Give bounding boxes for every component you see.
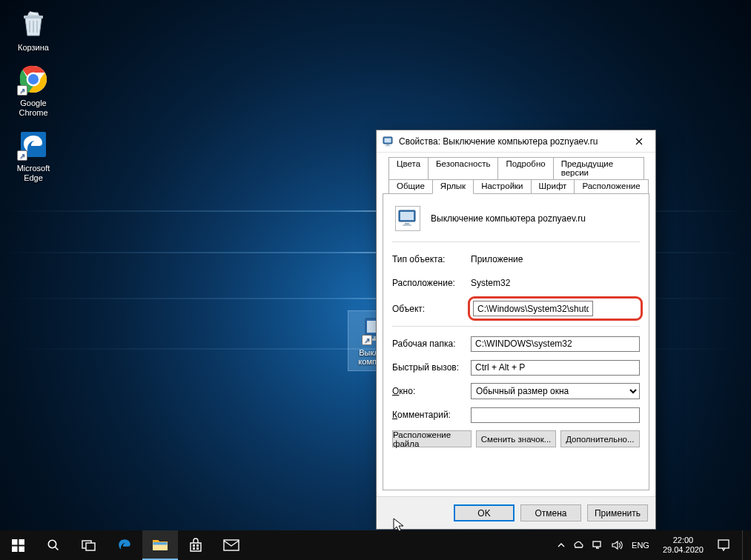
start-in-input[interactable] bbox=[471, 336, 640, 352]
desktop-icon-recycle-bin[interactable]: Корзина bbox=[4, 3, 62, 59]
tab-layout[interactable]: Расположение bbox=[574, 179, 648, 193]
taskbar: ENG 22:00 29.04.2020 bbox=[0, 530, 751, 560]
location-value: System32 bbox=[471, 278, 640, 288]
language-indicator[interactable]: ENG bbox=[632, 541, 649, 550]
comment-input[interactable] bbox=[471, 407, 640, 423]
type-label: Тип объекта: bbox=[392, 254, 471, 264]
store-icon bbox=[188, 538, 203, 553]
tab-font[interactable]: Шрифт bbox=[531, 179, 575, 193]
svg-rect-32 bbox=[718, 540, 729, 548]
dialog-title: Свойства: Выключение компьютера poznyaev… bbox=[399, 136, 622, 147]
target-label: Объект: bbox=[392, 304, 471, 314]
svg-rect-12 bbox=[386, 145, 391, 146]
tab-security[interactable]: Безопасность bbox=[428, 157, 498, 179]
properties-dialog: Свойства: Выключение компьютера poznyaev… bbox=[376, 130, 656, 530]
task-view-icon bbox=[82, 539, 96, 551]
taskbar-file-explorer[interactable] bbox=[142, 530, 178, 560]
shortcut-arrow-icon: ↗ bbox=[17, 150, 27, 161]
task-view-button[interactable] bbox=[71, 530, 107, 560]
svg-rect-20 bbox=[19, 546, 24, 552]
folder-icon bbox=[152, 537, 168, 552]
svg-rect-18 bbox=[19, 539, 24, 545]
search-icon bbox=[47, 539, 60, 552]
svg-rect-17 bbox=[12, 539, 18, 545]
tab-details[interactable]: Подробно bbox=[497, 157, 553, 179]
mail-icon bbox=[223, 539, 239, 551]
svg-rect-15 bbox=[405, 223, 409, 224]
desktop-icon-label: Google Chrome bbox=[4, 99, 62, 118]
windows-icon bbox=[12, 539, 24, 552]
desktop-icon-label: Microsoft Edge bbox=[4, 164, 62, 183]
tab-row-1: Цвета Безопасность Подробно Предыдущие в… bbox=[388, 157, 644, 179]
ok-button[interactable]: OK bbox=[454, 504, 515, 521]
advanced-button[interactable]: Дополнительно... bbox=[560, 430, 640, 447]
clock-time: 22:00 bbox=[663, 536, 704, 545]
taskbar-mail[interactable] bbox=[214, 530, 249, 560]
tab-shortcut[interactable]: Ярлык bbox=[432, 179, 474, 194]
tab-previous-versions[interactable]: Предыдущие версии bbox=[553, 157, 644, 179]
desktop-icon-edge[interactable]: ↗ Microsoft Edge bbox=[4, 124, 62, 189]
svg-rect-0 bbox=[24, 16, 43, 19]
window-label: Окно: bbox=[392, 386, 471, 396]
svg-rect-19 bbox=[12, 546, 18, 552]
edge-icon bbox=[116, 537, 133, 553]
taskbar-edge[interactable] bbox=[107, 530, 142, 560]
tab-panel-shortcut: Выключение компьютера poznyaev.ru Тип об… bbox=[383, 193, 649, 490]
svg-rect-25 bbox=[153, 542, 168, 545]
tray-overflow-icon[interactable] bbox=[558, 541, 565, 549]
type-value: Приложение bbox=[471, 254, 640, 264]
svg-point-21 bbox=[48, 540, 56, 547]
target-input[interactable] bbox=[473, 301, 593, 316]
shortcut-name: Выключение компьютера poznyaev.ru bbox=[431, 213, 586, 224]
action-center-icon[interactable] bbox=[717, 539, 730, 552]
location-label: Расположение: bbox=[392, 278, 471, 288]
tab-settings[interactable]: Настройки bbox=[473, 179, 531, 193]
comment-label: Комментарий: bbox=[392, 410, 471, 420]
svg-rect-10 bbox=[385, 138, 391, 142]
cancel-button[interactable]: Отмена bbox=[520, 504, 581, 521]
tab-general[interactable]: Общие bbox=[388, 179, 433, 193]
recycle-bin-icon bbox=[17, 7, 50, 40]
taskbar-clock[interactable]: 22:00 29.04.2020 bbox=[658, 536, 708, 555]
svg-rect-30 bbox=[224, 540, 239, 550]
close-button[interactable] bbox=[622, 130, 655, 152]
svg-rect-28 bbox=[193, 547, 195, 550]
apply-button[interactable]: Применить bbox=[587, 504, 648, 521]
desktop-icon-chrome[interactable]: ↗ Google Chrome bbox=[4, 59, 62, 124]
desktop[interactable]: Корзина ↗ Google Chrome ↗ Microsoft Edge… bbox=[0, 0, 751, 560]
svg-rect-31 bbox=[593, 541, 601, 547]
chrome-icon: ↗ bbox=[17, 63, 50, 96]
close-icon bbox=[635, 138, 643, 145]
svg-rect-23 bbox=[86, 543, 95, 550]
titlebar-icon bbox=[383, 136, 394, 147]
change-icon-button[interactable]: Сменить значок... bbox=[476, 430, 555, 447]
taskbar-store[interactable] bbox=[178, 530, 214, 560]
desktop-icon-label: Корзина bbox=[4, 43, 62, 53]
dialog-footer: OK Отмена Применить bbox=[377, 496, 655, 529]
svg-rect-26 bbox=[193, 544, 195, 547]
hotkey-label: Быстрый вызов: bbox=[392, 362, 471, 373]
svg-rect-16 bbox=[403, 224, 411, 226]
svg-rect-11 bbox=[386, 144, 389, 145]
start-in-label: Рабочая папка: bbox=[392, 339, 471, 349]
show-desktop-button[interactable] bbox=[742, 530, 747, 560]
window-select[interactable]: Обычный размер окна bbox=[471, 383, 640, 399]
hotkey-input[interactable] bbox=[471, 360, 640, 376]
network-icon[interactable] bbox=[592, 540, 603, 550]
titlebar[interactable]: Свойства: Выключение компьютера poznyaev… bbox=[377, 130, 655, 153]
start-button[interactable] bbox=[0, 530, 36, 560]
tab-colors[interactable]: Цвета bbox=[388, 157, 429, 179]
shortcut-large-icon bbox=[395, 206, 420, 231]
svg-rect-14 bbox=[400, 212, 414, 220]
search-button[interactable] bbox=[36, 530, 71, 560]
shortcut-arrow-icon: ↗ bbox=[362, 335, 372, 345]
onedrive-icon[interactable] bbox=[572, 540, 584, 550]
edge-icon: ↗ bbox=[17, 128, 50, 161]
svg-rect-27 bbox=[196, 544, 199, 547]
svg-rect-29 bbox=[196, 547, 199, 550]
open-file-location-button[interactable]: Расположение файла bbox=[392, 430, 472, 447]
system-tray bbox=[558, 540, 623, 550]
clock-date: 29.04.2020 bbox=[663, 545, 704, 555]
shortcut-arrow-icon: ↗ bbox=[17, 85, 27, 96]
volume-icon[interactable] bbox=[611, 540, 623, 550]
